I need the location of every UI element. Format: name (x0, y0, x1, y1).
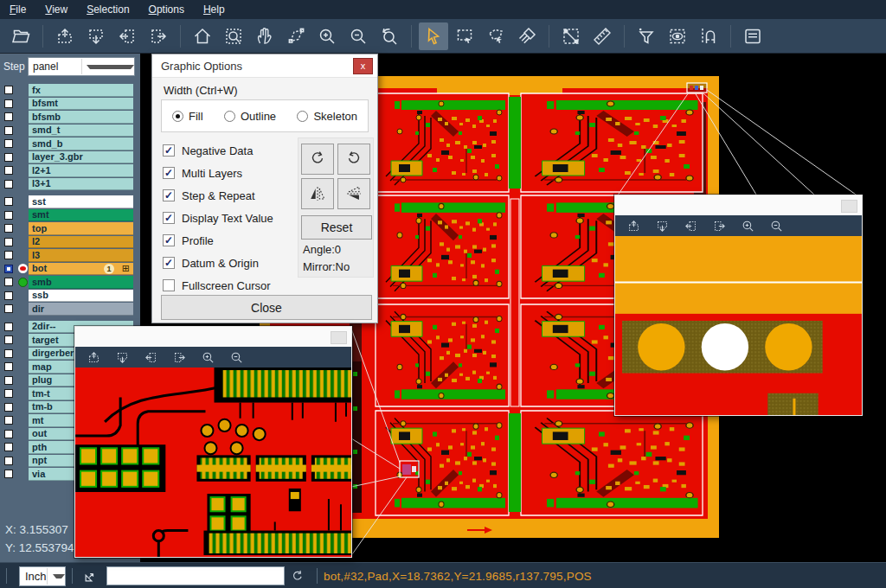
layer-row-l2+1[interactable]: l2+1 (0, 164, 140, 177)
option-profile[interactable]: ✓Profile (163, 229, 273, 252)
pick-corner-icon[interactable] (82, 566, 100, 585)
layer-label[interactable]: l2 (29, 236, 133, 249)
layer-checkbox[interactable] (4, 153, 13, 162)
layer-checkbox[interactable] (4, 238, 13, 246)
layer-label[interactable]: dir (29, 303, 133, 316)
zoom-in-button[interactable] (740, 218, 755, 233)
pan-up-button[interactable] (626, 218, 641, 233)
zoom-out-button[interactable] (768, 218, 784, 233)
zoom-in-button[interactable] (312, 22, 342, 50)
option-fullscreen-cursor[interactable]: Fullscreen Cursor (163, 274, 273, 297)
zoom-in-button[interactable] (200, 349, 215, 365)
ruler-button[interactable] (587, 22, 617, 50)
unit-dropdown[interactable]: Inch (19, 566, 66, 586)
menu-help[interactable]: Help (194, 0, 234, 19)
layer-label[interactable]: bot1⊞ (29, 263, 133, 276)
zoom-out-button[interactable] (343, 22, 373, 50)
vertex-edit-button[interactable] (281, 22, 311, 50)
option-datum-origin[interactable]: ✓Datum & Origin (163, 252, 273, 274)
layer-label[interactable]: l3+1 (29, 178, 133, 191)
layer-checkbox[interactable] (4, 224, 13, 233)
menu-file[interactable]: File (0, 0, 35, 19)
flip-h-button[interactable] (301, 178, 334, 209)
pan-down-button[interactable] (114, 349, 130, 365)
radio-dot[interactable] (172, 111, 183, 122)
filter-funnel-button[interactable] (632, 22, 661, 50)
layer-checkbox[interactable] (4, 139, 13, 148)
layer-row-top[interactable]: top (0, 222, 140, 235)
checkbox[interactable]: ✓ (163, 212, 175, 224)
layer-row-sst[interactable]: sst (0, 195, 140, 208)
layer-checkbox[interactable] (4, 430, 13, 438)
layer-row-dir[interactable]: dir (0, 303, 140, 316)
pan-left-button[interactable] (143, 349, 158, 365)
layer-checkbox[interactable] (4, 443, 13, 451)
layer-checkbox[interactable] (4, 265, 13, 273)
checkbox[interactable]: ✓ (163, 144, 175, 157)
layer-checkbox[interactable] (4, 211, 13, 220)
rotate-ccw-button[interactable] (337, 144, 370, 175)
zoom-window-title-bar[interactable] (75, 327, 351, 347)
layer-checkbox[interactable] (4, 197, 13, 206)
select-rect-button[interactable] (450, 22, 479, 50)
sync-icon[interactable] (290, 568, 305, 584)
checkbox[interactable]: ✓ (163, 167, 175, 179)
checkbox[interactable]: ✓ (163, 234, 175, 246)
menu-view[interactable]: View (35, 0, 77, 19)
layer-checkbox[interactable] (4, 323, 13, 331)
zoom-region-button[interactable] (219, 22, 248, 50)
layer-label[interactable]: l2+1 (29, 164, 133, 177)
layer-label[interactable]: ssb (29, 290, 133, 303)
pan-right-button[interactable] (171, 349, 187, 365)
layer-label[interactable]: smd_b (29, 137, 133, 150)
close-icon[interactable]: x (353, 58, 373, 74)
layer-checkbox[interactable] (4, 278, 13, 286)
option-display-text-value[interactable]: ✓Display Text Value (163, 207, 273, 229)
flip-v-button[interactable] (337, 178, 370, 209)
command-input[interactable] (106, 566, 285, 585)
layer-checkbox[interactable] (4, 112, 13, 121)
layer-label[interactable]: fx (29, 84, 133, 97)
layer-label[interactable]: top (29, 222, 133, 235)
layer-label[interactable]: smd_t (29, 125, 133, 137)
layer-checkbox[interactable] (4, 416, 13, 425)
pan-down-button[interactable] (654, 218, 670, 233)
checkbox[interactable]: ✓ (163, 189, 175, 201)
zoom-out-button[interactable] (228, 349, 244, 365)
overlay-eye-button[interactable] (663, 22, 692, 50)
layer-checkbox[interactable] (4, 362, 13, 371)
pan-up-button[interactable] (50, 22, 80, 50)
layer-row-bfsmb[interactable]: bfsmb (0, 111, 140, 124)
layer-checkbox[interactable] (4, 349, 13, 358)
layer-label[interactable]: l3 (29, 249, 133, 262)
layer-row-l3[interactable]: l3 (0, 249, 140, 262)
close-button[interactable]: Close (161, 295, 372, 320)
folder-open-button[interactable] (6, 22, 35, 50)
pan-up-button[interactable] (86, 349, 101, 365)
checkbox[interactable]: ✓ (163, 257, 175, 269)
radio-dot[interactable] (224, 111, 235, 122)
layer-table-button[interactable] (738, 22, 767, 50)
layer-checkbox[interactable] (4, 304, 13, 313)
layer-checkbox[interactable] (4, 389, 13, 398)
layer-label[interactable]: layer_3.gbr (29, 151, 133, 164)
layer-row-l2[interactable]: l2 (0, 236, 140, 249)
option-step-repeat[interactable]: ✓Step & Repeat (163, 184, 273, 207)
hand-pan-button[interactable] (250, 22, 279, 50)
layer-checkbox[interactable] (4, 470, 13, 478)
layer-label[interactable]: bfsmb (29, 111, 133, 124)
layer-row-smt[interactable]: smt (0, 209, 140, 222)
layer-label[interactable]: bfsmt (29, 98, 133, 111)
radio-fill[interactable]: Fill (172, 110, 203, 123)
layer-label[interactable]: smt (29, 209, 133, 222)
layer-row-layer_3.gbr[interactable]: layer_3.gbr (0, 151, 140, 164)
layer-checkbox[interactable] (4, 403, 13, 412)
layer-checkbox[interactable] (4, 166, 13, 175)
select-poly-button[interactable] (481, 22, 510, 50)
layer-row-bfsmt[interactable]: bfsmt (0, 98, 140, 111)
radio-skeleton[interactable]: Skeleton (297, 110, 357, 123)
layer-label[interactable]: sst (29, 195, 133, 208)
reset-button[interactable]: Reset (301, 215, 372, 240)
menu-options[interactable]: Options (139, 0, 194, 19)
layer-row-smb[interactable]: smb (0, 276, 140, 289)
